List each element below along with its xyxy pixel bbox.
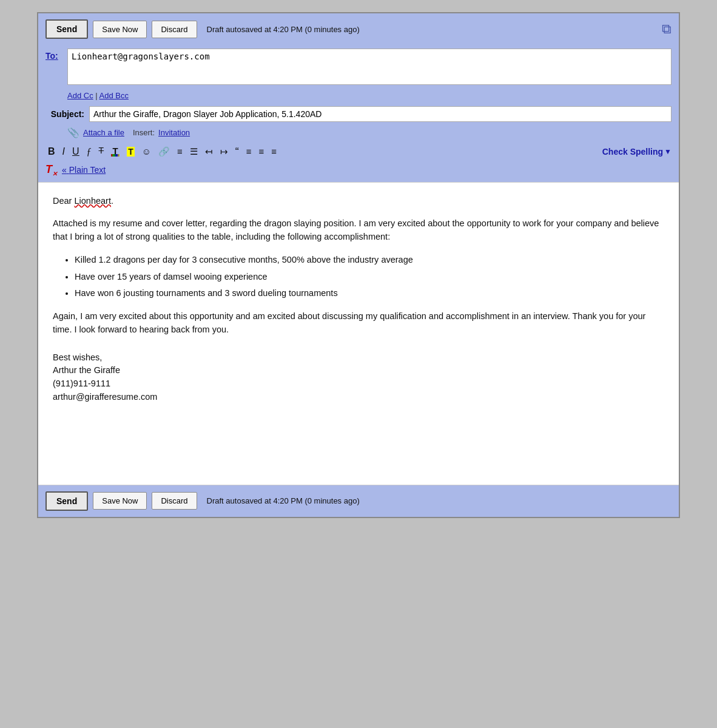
check-spelling-label: Check Spelling <box>602 147 663 157</box>
ordered-list-button[interactable]: ≡ <box>175 146 185 157</box>
check-spelling-button[interactable]: Check Spelling ▼ <box>602 147 672 157</box>
top-toolbar: Send Save Now Discard Draft autosaved at… <box>38 13 679 45</box>
text-color-button[interactable]: T <box>109 145 122 158</box>
signature-line-4: arthur@girafferesume.com <box>53 391 664 404</box>
email-body[interactable]: Dear Lionheart. Attached is my resume an… <box>38 182 679 485</box>
align-right-button[interactable]: ≡ <box>269 146 279 157</box>
subject-label: Subject: <box>45 109 89 119</box>
send-button-top[interactable]: Send <box>45 19 88 39</box>
indent-less-button[interactable]: ↤ <box>203 146 215 157</box>
cc-bcc-separator: | <box>93 91 99 100</box>
signature-line-1: Best wishes, <box>53 351 664 365</box>
plain-text-arrow: « <box>62 165 67 175</box>
signature-block: Best wishes, Arthur the Giraffe (911)911… <box>53 351 664 404</box>
check-spelling-dropdown-arrow: ▼ <box>664 147 672 156</box>
to-label: To: <box>45 49 67 61</box>
bottom-toolbar: Send Save Now Discard Draft autosaved at… <box>38 485 679 517</box>
email-compose-window: Send Save Now Discard Draft autosaved at… <box>37 12 680 518</box>
font-button[interactable]: ƒ <box>84 146 94 158</box>
to-row: To: <box>38 45 679 89</box>
body-paragraph-2: Again, I am very excited about this oppo… <box>53 310 664 337</box>
remove-formatting-icon: T✕ <box>45 163 57 177</box>
pop-out-icon[interactable]: ⧉ <box>662 21 672 37</box>
discard-button-top[interactable]: Discard <box>152 21 197 38</box>
add-bcc-link[interactable]: Add Bcc <box>99 91 129 100</box>
emoji-button[interactable]: ☺ <box>140 146 153 157</box>
signature-line-3: (911)911-9111 <box>53 377 664 391</box>
paperclip-icon: 📎 <box>67 127 79 138</box>
subject-input[interactable] <box>89 106 672 122</box>
plain-text-link[interactable]: « Plain Text <box>62 165 106 175</box>
underline-button[interactable]: U <box>70 146 82 158</box>
save-now-button-bottom[interactable]: Save Now <box>93 492 147 510</box>
indent-more-button[interactable]: ↦ <box>218 146 231 157</box>
autosave-status-top: Draft autosaved at 4:20 PM (0 minutes ag… <box>207 25 657 34</box>
insert-label: Insert: <box>133 128 155 137</box>
plain-text-row: T✕ « Plain Text <box>38 162 679 182</box>
list-item: Have won 6 jousting tournaments and 3 sw… <box>75 287 664 300</box>
signature-line-2: Arthur the Giraffe <box>53 364 664 377</box>
send-button-bottom[interactable]: Send <box>45 491 88 511</box>
link-button[interactable]: 🔗 <box>156 146 172 157</box>
attach-row: 📎 Attach a file Insert: Invitation <box>38 124 679 141</box>
bullet-list: Killed 1.2 dragons per day for 3 consecu… <box>75 254 664 300</box>
subject-row: Subject: <box>38 104 679 124</box>
list-item: Have over 15 years of damsel wooing expe… <box>75 271 664 284</box>
autosave-status-bottom: Draft autosaved at 4:20 PM (0 minutes ag… <box>207 496 672 505</box>
cc-bcc-row: Add Cc | Add Bcc <box>38 89 679 104</box>
attach-file-link[interactable]: Attach a file <box>83 128 124 137</box>
unordered-list-button[interactable]: ☰ <box>187 146 200 157</box>
recipient-name: Lionheart <box>74 196 110 206</box>
strikethrough-button[interactable]: T <box>96 144 107 158</box>
formatting-toolbar: B I U ƒ T T T ☺ 🔗 ≡ ☰ ↤ ↦ “ ≡ ≡ ≡ Check … <box>38 141 679 162</box>
email-salutation: Dear Lionheart. <box>53 195 664 208</box>
text-highlight-button[interactable]: T <box>124 146 137 157</box>
italic-button[interactable]: I <box>60 146 67 158</box>
list-item: Killed 1.2 dragons per day for 3 consecu… <box>75 254 664 267</box>
discard-button-bottom[interactable]: Discard <box>152 492 197 510</box>
to-input[interactable] <box>67 49 672 85</box>
blockquote-button[interactable]: “ <box>233 145 241 158</box>
add-cc-link[interactable]: Add Cc <box>67 91 93 100</box>
insert-invitation-link[interactable]: Invitation <box>158 128 190 137</box>
align-center-button[interactable]: ≡ <box>257 146 267 157</box>
save-now-button-top[interactable]: Save Now <box>93 21 147 38</box>
plain-text-label: Plain Text <box>69 165 106 175</box>
body-paragraph-1: Attached is my resume and cover letter, … <box>53 217 664 244</box>
align-left-button[interactable]: ≡ <box>244 146 254 157</box>
bold-button[interactable]: B <box>45 146 58 158</box>
